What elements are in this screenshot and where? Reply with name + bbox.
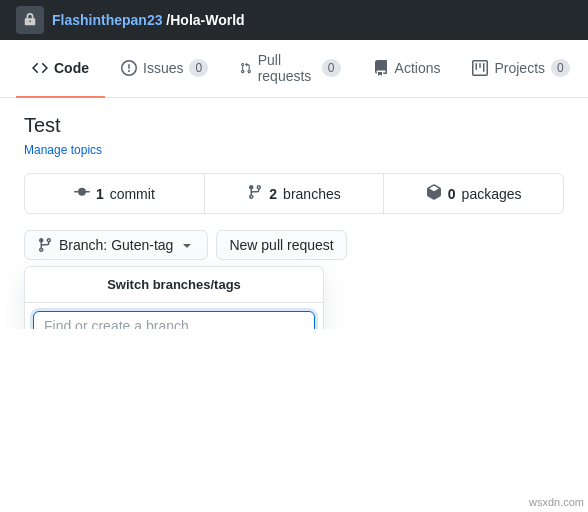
tab-actions-label: Actions [395,60,441,76]
commits-count: 1 [96,186,104,202]
breadcrumb-repo[interactable]: Hola-World [170,12,244,28]
branch-selector-button[interactable]: Branch: Guten-tag [24,230,208,260]
package-icon [426,184,442,203]
repo-title: Test [24,114,564,137]
tab-projects-count: 0 [551,59,570,77]
packages-stat[interactable]: 0 packages [384,174,563,213]
nav-tabs: Code Issues 0 Pull requests 0 Actions Pr… [0,40,588,98]
lock-icon [16,6,44,34]
commits-stat[interactable]: 1 commit [25,174,205,213]
tab-issues-count: 0 [189,59,208,77]
branch-dropdown: Switch branches/tags Branches Tags maste… [24,266,324,329]
tab-issues[interactable]: Issues 0 [105,40,224,98]
tab-projects-label: Projects [494,60,545,76]
packages-label: packages [462,186,522,202]
dropdown-header: Switch branches/tags [25,267,323,303]
tab-projects[interactable]: Projects 0 [456,40,585,98]
commit-icon [74,184,90,203]
branches-count: 2 [269,186,277,202]
tab-issues-label: Issues [143,60,183,76]
new-pr-label: New pull request [229,237,333,253]
branches-label: branches [283,186,341,202]
tab-pr-count: 0 [322,59,341,77]
branch-controls: Branch: Guten-tag New pull request Switc… [24,230,564,260]
tab-code[interactable]: Code [16,40,105,98]
manage-topics-link[interactable]: Manage topics [24,143,102,157]
breadcrumb-user[interactable]: Flashinthepan23 [52,12,162,28]
search-area [25,303,323,329]
tab-pullrequests[interactable]: Pull requests 0 [224,40,356,98]
main-content: Test Manage topics 1 commit 2 branches 0… [0,98,588,329]
branch-search-input[interactable] [33,311,315,329]
tab-code-label: Code [54,60,89,76]
tab-pr-label: Pull requests [258,52,316,84]
packages-count: 0 [448,186,456,202]
branches-stat[interactable]: 2 branches [205,174,385,213]
top-bar: Flashinthepan23 /Hola-World [0,0,588,40]
branch-btn-label: Branch: Guten-tag [59,237,173,253]
tab-actions[interactable]: Actions [357,40,457,98]
breadcrumb: Flashinthepan23 /Hola-World [52,12,245,28]
stats-bar: 1 commit 2 branches 0 packages [24,173,564,214]
branch-icon [247,184,263,203]
commits-label: commit [110,186,155,202]
new-pull-request-button[interactable]: New pull request [216,230,346,260]
